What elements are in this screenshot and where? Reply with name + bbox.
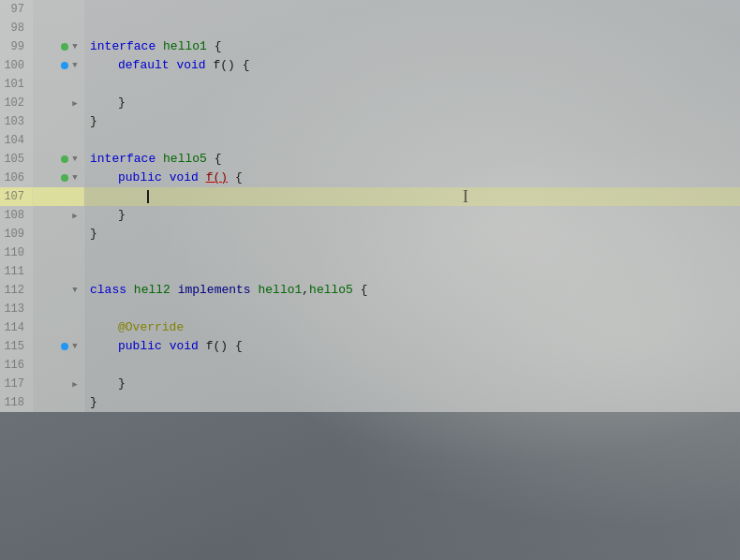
keyword-public: public (118, 339, 162, 353)
line-number: 116 (0, 356, 33, 375)
line-112: 112 ▼ class hell2 implements hello1,hell… (0, 281, 740, 300)
code-line-content[interactable]: interface hello1 { (84, 37, 740, 56)
line-number: 107 (0, 187, 33, 206)
code-line-content[interactable]: I (84, 187, 740, 206)
line-109: 109 } (0, 225, 740, 243)
line-number: 102 (0, 94, 33, 112)
line-icons (33, 75, 84, 94)
line-icons (33, 356, 84, 375)
code-line-content[interactable]: public void f() { (84, 337, 740, 356)
method-f: f() (206, 339, 228, 353)
fold-arrow-icon[interactable]: ▼ (70, 286, 80, 295)
fold-arrow-icon[interactable]: ▶ (70, 379, 80, 389)
code-line-content[interactable]: } (84, 112, 740, 131)
keyword-default: default (118, 58, 170, 72)
code-line-content[interactable]: default void f() { (84, 56, 740, 75)
code-line-content[interactable]: } (84, 206, 740, 225)
brace-close: } (90, 227, 97, 241)
breakpoint-dot (61, 174, 68, 182)
line-icons (33, 187, 84, 206)
code-line-content[interactable] (84, 0, 740, 19)
code-line-content[interactable] (84, 243, 740, 262)
code-line-content[interactable] (84, 262, 740, 281)
line-number: 100 (0, 56, 33, 75)
line-number: 109 (0, 225, 33, 243)
line-101: 101 (0, 75, 740, 94)
brace-open: { (235, 170, 243, 184)
line-number: 118 (0, 393, 33, 412)
line-113: 113 (0, 300, 740, 318)
code-line-content[interactable] (84, 19, 740, 37)
brace-close: } (118, 208, 126, 222)
keyword-void: void (170, 170, 199, 184)
line-111: 111 (0, 262, 740, 281)
line-99: 99 ▼ interface hello1 { (0, 37, 740, 56)
keyword-interface: interface (90, 39, 155, 53)
line-104: 104 (0, 131, 740, 150)
brace-open: { (215, 152, 222, 166)
code-line-content[interactable]: class hell2 implements hello1,hello5 { (84, 281, 740, 300)
line-number: 106 (0, 169, 33, 187)
ident-hello1-ref: hello1 (258, 283, 302, 297)
line-100: 100 ▼ default void f() { (0, 56, 740, 75)
fold-arrow-icon[interactable]: ▶ (70, 211, 80, 220)
keyword-void: void (176, 58, 205, 72)
fold-arrow-icon[interactable]: ▼ (70, 155, 80, 164)
code-line-content[interactable]: interface hello5 { (84, 150, 740, 169)
line-icons (33, 300, 84, 318)
line-number: 104 (0, 131, 33, 150)
fold-arrow-icon[interactable]: ▼ (70, 61, 80, 70)
keyword-implements: implements (178, 283, 251, 297)
line-103: 103 } (0, 112, 740, 131)
ident-hello5-ref: hello5 (309, 283, 353, 297)
line-icons (33, 19, 84, 37)
line-number: 97 (0, 0, 33, 19)
code-line-content[interactable]: public void f() { (84, 169, 740, 187)
line-number: 117 (0, 375, 33, 393)
code-line-content[interactable]: } (84, 94, 740, 112)
ident-hello1: hello1 (163, 39, 207, 53)
line-106: 106 ▼ public void f() { (0, 169, 740, 187)
line-icons: ▼ (33, 150, 84, 169)
line-icons (33, 0, 84, 19)
editor-container: 97 98 99 ▼ interface hello1 { 100 ▼ (0, 0, 740, 560)
code-editor[interactable]: 97 98 99 ▼ interface hello1 { 100 ▼ (0, 0, 740, 560)
line-number: 98 (0, 19, 33, 37)
brace-open: { (235, 339, 243, 353)
code-line-content[interactable] (84, 356, 740, 375)
debug-dot (61, 343, 68, 350)
fold-arrow-icon[interactable]: ▼ (70, 42, 80, 52)
annotation-override: @Override (118, 320, 184, 334)
brace-close: } (90, 114, 97, 128)
brace-open: { (361, 283, 368, 297)
keyword-interface: interface (90, 152, 155, 166)
debug-dot (61, 62, 68, 69)
keyword-class: class (90, 283, 126, 297)
fold-arrow-icon[interactable]: ▼ (70, 173, 80, 183)
fold-arrow-icon[interactable]: ▶ (70, 98, 80, 108)
line-icons (33, 225, 84, 243)
line-number: 113 (0, 300, 33, 318)
line-107: 107 I (0, 187, 740, 206)
ident-hello5: hello5 (163, 152, 207, 166)
line-number: 99 (0, 37, 33, 56)
line-number: 110 (0, 243, 33, 262)
code-line-content[interactable] (84, 131, 740, 150)
fold-arrow-icon[interactable]: ▼ (70, 342, 80, 351)
line-icons (33, 243, 84, 262)
code-line-content[interactable]: @Override (84, 318, 740, 337)
line-number: 112 (0, 281, 33, 300)
code-line-content[interactable]: } (84, 393, 740, 412)
line-icons: ▶ (33, 94, 84, 112)
brace-open: { (243, 58, 250, 72)
brace-close: } (118, 96, 126, 110)
breakpoint-dot (61, 43, 68, 51)
code-line-content[interactable]: } (84, 225, 740, 243)
code-line-content[interactable]: } (84, 375, 740, 393)
code-line-content[interactable] (84, 75, 740, 94)
line-98: 98 (0, 19, 740, 37)
method-f-underline: f() (206, 170, 228, 184)
line-icons (33, 262, 84, 281)
code-line-content[interactable] (84, 300, 740, 318)
brace-close: } (118, 376, 126, 391)
